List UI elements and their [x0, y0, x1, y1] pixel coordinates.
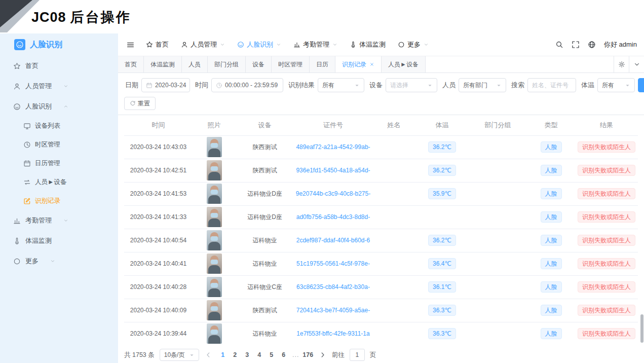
page-number[interactable]: 3: [242, 349, 253, 361]
topbar-item[interactable]: 人脸识别: [237, 40, 281, 49]
cell-id-number[interactable]: 63c86235-cb84-4af2-b30a-: [294, 275, 372, 299]
cell-result: 识别失败或陌生人: [575, 182, 638, 205]
sidebar-subitem[interactable]: 时区管理: [0, 135, 118, 154]
cell-device: 陕西测试: [236, 159, 294, 182]
page-number[interactable]: 2: [230, 349, 241, 361]
sidebar-item-label: 考勤管理: [25, 216, 52, 225]
search-input[interactable]: 姓名、证件号: [527, 78, 576, 92]
sidebar-item[interactable]: 人脸识别: [0, 96, 118, 117]
sidebar-item[interactable]: 体温监测: [0, 231, 118, 251]
page-numbers: 123456...176: [217, 349, 314, 361]
sidebar-item[interactable]: 人员管理: [0, 76, 118, 96]
table-row[interactable]: 2020-03-24 10:43:03陕西测试489eaf72-a21a-454…: [124, 135, 638, 159]
table-row[interactable]: 2020-03-24 10:41:53迈科物业D座9e20744b-c3c9-4…: [124, 182, 638, 205]
captured-photo[interactable]: [207, 230, 222, 250]
page-number[interactable]: 1: [217, 349, 229, 361]
captured-photo[interactable]: [207, 277, 222, 297]
page-number[interactable]: 176: [302, 349, 314, 361]
reset-button[interactable]: 重置: [124, 97, 156, 110]
filter-row-1: 日期 2020-03-24 时间 00:00:00 - 23:59:59 识别结…: [124, 78, 638, 92]
time-range-input[interactable]: 00:00:00 - 23:59:59: [211, 78, 283, 92]
app-logo[interactable]: 人脸识别: [0, 33, 118, 56]
device-select[interactable]: 请选择: [386, 78, 437, 92]
query-button[interactable]: 查询: [638, 78, 644, 92]
tab[interactable]: 人员: [182, 56, 208, 72]
table-row[interactable]: 2020-03-24 10:42:51陕西测试936e1fd1-5450-4a1…: [124, 159, 638, 182]
topbar-item[interactable]: 人员管理: [181, 40, 225, 49]
cell-id-number[interactable]: ad0fb756-a58b-4dc3-8d8d-: [294, 205, 372, 229]
captured-photo[interactable]: [207, 300, 222, 320]
captured-photo[interactable]: [207, 184, 222, 204]
sidebar-item[interactable]: 考勤管理: [0, 210, 118, 231]
cell-id-number[interactable]: 51c19755-0561-4c5f-978e-: [294, 252, 372, 275]
tab[interactable]: 时区管理: [272, 56, 310, 72]
main-area: 首页人员管理人脸识别考勤管理体温监测更多 你好 admin 首页体温监测人员部门…: [118, 33, 644, 363]
page-number[interactable]: 4: [254, 349, 265, 361]
captured-photo[interactable]: [207, 323, 222, 344]
sidebar-subitem[interactable]: 日历管理: [0, 154, 118, 173]
cell-id-number[interactable]: 936e1fd1-5450-4a18-a54d-: [294, 159, 372, 182]
chart-icon: [293, 41, 300, 48]
temperature-select[interactable]: 所有: [597, 78, 635, 92]
sidebar-subitem[interactable]: 设备列表: [0, 117, 118, 135]
sidebar-menu: 首页人员管理人脸识别设备列表时区管理日历管理人员►设备识别记录考勤管理体温监测更…: [0, 56, 118, 271]
tab[interactable]: 日历: [310, 56, 335, 72]
topbar-item[interactable]: 更多: [398, 40, 429, 49]
table-row[interactable]: 2020-03-24 10:40:54迈科物业2cdef987-ddaf-40f…: [124, 229, 638, 252]
table-row[interactable]: 2020-03-24 10:40:09陕西测试720414c3-be7f-405…: [124, 299, 638, 322]
topbar-item[interactable]: 首页: [146, 40, 169, 49]
page-title-text: 后台操作: [70, 10, 131, 25]
tab[interactable]: 体温监测: [144, 56, 182, 72]
sidebar-item[interactable]: 首页: [0, 56, 118, 76]
cell-id-number[interactable]: 2cdef987-ddaf-40f4-b60d-6: [294, 229, 372, 252]
table-row[interactable]: 2020-03-24 10:39:44迈科物业1e7f553f-bffc-42f…: [124, 322, 638, 345]
tab[interactable]: 设备: [246, 56, 272, 72]
tab[interactable]: 首页: [118, 56, 144, 72]
table-row[interactable]: 2020-03-24 10:41:33迈科物业D座ad0fb756-a58b-4…: [124, 205, 638, 229]
page-size-select[interactable]: 10条/页: [160, 349, 199, 361]
cell-id-number[interactable]: 489eaf72-a21a-4542-99ab-: [294, 135, 372, 159]
sidebar-item[interactable]: 更多: [0, 251, 118, 271]
tab[interactable]: 部门分组: [208, 56, 246, 72]
fullscreen-icon[interactable]: [572, 41, 580, 49]
tab-tool[interactable]: [614, 56, 629, 72]
next-page-button[interactable]: [319, 351, 327, 359]
photo-body: [208, 149, 220, 157]
sidebar-subitem[interactable]: 人员►设备: [0, 173, 118, 192]
cell-id-number[interactable]: 720414c3-be7f-4059-a5ae-: [294, 299, 372, 322]
captured-photo[interactable]: [207, 253, 222, 274]
goto-page-input[interactable]: [350, 349, 365, 361]
device-label: 设备: [369, 81, 383, 90]
person-select[interactable]: 所有部门: [459, 78, 506, 92]
topbar-item[interactable]: 考勤管理: [293, 40, 337, 49]
tab[interactable]: 识别记录: [335, 56, 382, 72]
captured-photo[interactable]: [207, 160, 222, 180]
prev-page-button[interactable]: [204, 351, 212, 359]
date-input[interactable]: 2020-03-24: [141, 78, 190, 92]
table-row[interactable]: 2020-03-24 10:40:28迈科物业C座63c86235-cb84-4…: [124, 275, 638, 299]
topbar-item[interactable]: 体温监测: [350, 40, 386, 49]
captured-photo[interactable]: [207, 137, 222, 157]
user-greeting[interactable]: 你好 admin: [604, 40, 637, 49]
result-badge: 识别失败或陌生人: [578, 141, 635, 153]
captured-photo[interactable]: [207, 207, 222, 227]
page-number[interactable]: 6: [278, 349, 289, 361]
tab[interactable]: 人员►设备: [382, 56, 426, 72]
result-select[interactable]: 所有: [318, 78, 364, 92]
cell-id-number[interactable]: 1e7f553f-bffc-42fe-9311-1a: [294, 322, 372, 345]
vertical-scrollbar[interactable]: [640, 314, 643, 343]
close-tab-icon[interactable]: [369, 62, 374, 67]
sidebar-subitem[interactable]: 识别记录: [0, 192, 118, 210]
cell-temperature: 36.3℃: [415, 299, 469, 322]
face-scan-logo-icon: [14, 39, 25, 50]
cell-id-number[interactable]: 9e20744b-c3c9-40c8-b275-: [294, 182, 372, 205]
total-count: 共 1753 条: [124, 351, 155, 359]
search-icon[interactable]: [555, 41, 563, 49]
transfer-icon: [23, 178, 31, 186]
globe-icon[interactable]: [588, 41, 596, 49]
table-row[interactable]: 2020-03-24 10:40:41迈科物业51c19755-0561-4c5…: [124, 252, 638, 275]
tab-label: 识别记录: [342, 60, 366, 69]
page-number[interactable]: 5: [266, 349, 277, 361]
tab-tool[interactable]: [629, 56, 644, 72]
hamburger-menu-icon[interactable]: [126, 41, 135, 49]
